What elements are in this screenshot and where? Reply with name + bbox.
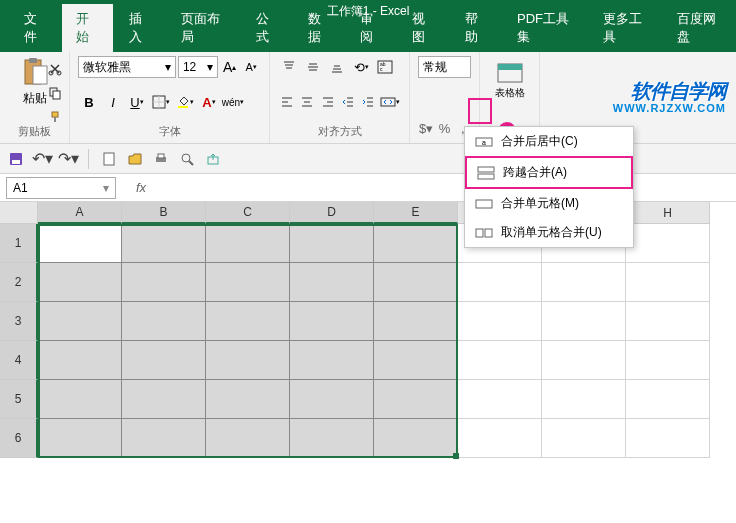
cell[interactable]: [206, 224, 290, 263]
select-all-corner[interactable]: [0, 202, 38, 224]
merge-button[interactable]: ▾: [379, 91, 401, 113]
tab-pdf[interactable]: PDF工具集: [503, 4, 587, 52]
cell[interactable]: [38, 263, 122, 302]
cell[interactable]: [290, 341, 374, 380]
cell[interactable]: [206, 302, 290, 341]
redo-button[interactable]: ↷▾: [58, 149, 78, 169]
cell[interactable]: [290, 302, 374, 341]
copy-button[interactable]: [44, 82, 66, 104]
cell[interactable]: [290, 419, 374, 458]
cell[interactable]: [458, 341, 542, 380]
col-header-C[interactable]: C: [206, 202, 290, 224]
col-header-B[interactable]: B: [122, 202, 206, 224]
print-button[interactable]: [151, 149, 171, 169]
unmerge-item[interactable]: 取消单元格合并(U): [465, 218, 633, 247]
increase-indent-button[interactable]: [359, 91, 377, 113]
cell[interactable]: [38, 380, 122, 419]
orientation-button[interactable]: ⟲▾: [350, 56, 372, 78]
name-box[interactable]: A1▾: [6, 177, 116, 199]
cell[interactable]: [542, 380, 626, 419]
tab-file[interactable]: 文件: [10, 4, 60, 52]
save-button[interactable]: [6, 149, 26, 169]
decrease-font-button[interactable]: A▾: [241, 56, 261, 78]
decrease-indent-button[interactable]: [339, 91, 357, 113]
align-right-button[interactable]: [318, 91, 336, 113]
row-header-1[interactable]: 1: [0, 224, 38, 263]
tab-formula[interactable]: 公式: [242, 4, 292, 52]
fx-button[interactable]: fx: [136, 180, 160, 195]
fill-color-button[interactable]: ▾: [174, 91, 196, 113]
cell[interactable]: [626, 302, 710, 341]
tab-data[interactable]: 数据: [294, 4, 344, 52]
cell[interactable]: [290, 380, 374, 419]
cell[interactable]: [122, 341, 206, 380]
cell[interactable]: [38, 302, 122, 341]
cell[interactable]: [206, 341, 290, 380]
tab-help[interactable]: 帮助: [451, 4, 501, 52]
row-header-3[interactable]: 3: [0, 302, 38, 341]
open-button[interactable]: [125, 149, 145, 169]
cell[interactable]: [290, 263, 374, 302]
row-header-6[interactable]: 6: [0, 419, 38, 458]
tab-layout[interactable]: 页面布局: [167, 4, 240, 52]
cell[interactable]: [206, 263, 290, 302]
formula-input[interactable]: [160, 177, 736, 199]
cell[interactable]: [374, 263, 458, 302]
tab-review[interactable]: 审阅: [346, 4, 396, 52]
number-format-select[interactable]: 常规: [418, 56, 471, 78]
cell[interactable]: [626, 341, 710, 380]
format-painter-button[interactable]: [44, 106, 66, 128]
row-header-4[interactable]: 4: [0, 341, 38, 380]
cell[interactable]: [542, 341, 626, 380]
new-button[interactable]: [99, 149, 119, 169]
font-name-select[interactable]: 微软雅黑▾: [78, 56, 176, 78]
undo-button[interactable]: ↶▾: [32, 149, 52, 169]
merge-center-item[interactable]: a 合并后居中(C): [465, 127, 633, 156]
border-button[interactable]: ▾: [150, 91, 172, 113]
merge-across-item[interactable]: 跨越合并(A): [465, 156, 633, 189]
cell[interactable]: [626, 224, 710, 263]
increase-font-button[interactable]: A▴: [220, 56, 240, 78]
cell[interactable]: [374, 341, 458, 380]
cell[interactable]: [458, 380, 542, 419]
tab-insert[interactable]: 插入: [115, 4, 165, 52]
italic-button[interactable]: I: [102, 91, 124, 113]
cell[interactable]: [206, 419, 290, 458]
font-size-select[interactable]: 12▾: [178, 56, 218, 78]
share-button[interactable]: [203, 149, 223, 169]
cell[interactable]: [122, 380, 206, 419]
bold-button[interactable]: B: [78, 91, 100, 113]
tab-view[interactable]: 视图: [398, 4, 448, 52]
cell[interactable]: [458, 263, 542, 302]
col-header-D[interactable]: D: [290, 202, 374, 224]
tab-more[interactable]: 更多工具: [589, 4, 662, 52]
cell[interactable]: [122, 302, 206, 341]
cut-button[interactable]: [44, 58, 66, 80]
row-header-5[interactable]: 5: [0, 380, 38, 419]
col-header-A[interactable]: A: [38, 202, 122, 224]
tab-baidu[interactable]: 百度网盘: [663, 4, 736, 52]
cell[interactable]: [122, 224, 206, 263]
phonetic-button[interactable]: wén▾: [222, 91, 244, 113]
font-color-button[interactable]: A▾: [198, 91, 220, 113]
align-bottom-button[interactable]: [326, 56, 348, 78]
align-center-button[interactable]: [298, 91, 316, 113]
col-header-E[interactable]: E: [374, 202, 458, 224]
row-header-2[interactable]: 2: [0, 263, 38, 302]
cell[interactable]: [542, 302, 626, 341]
cell[interactable]: [206, 380, 290, 419]
underline-button[interactable]: U▾: [126, 91, 148, 113]
cell[interactable]: [626, 263, 710, 302]
cell[interactable]: [542, 419, 626, 458]
cell[interactable]: [38, 341, 122, 380]
cell[interactable]: [626, 380, 710, 419]
cell[interactable]: [122, 419, 206, 458]
cell[interactable]: [458, 302, 542, 341]
cell[interactable]: [458, 419, 542, 458]
cell[interactable]: [38, 419, 122, 458]
cell[interactable]: [542, 263, 626, 302]
cell[interactable]: [38, 224, 122, 263]
percent-button[interactable]: %: [436, 117, 452, 139]
cell[interactable]: [374, 419, 458, 458]
cell[interactable]: [626, 419, 710, 458]
